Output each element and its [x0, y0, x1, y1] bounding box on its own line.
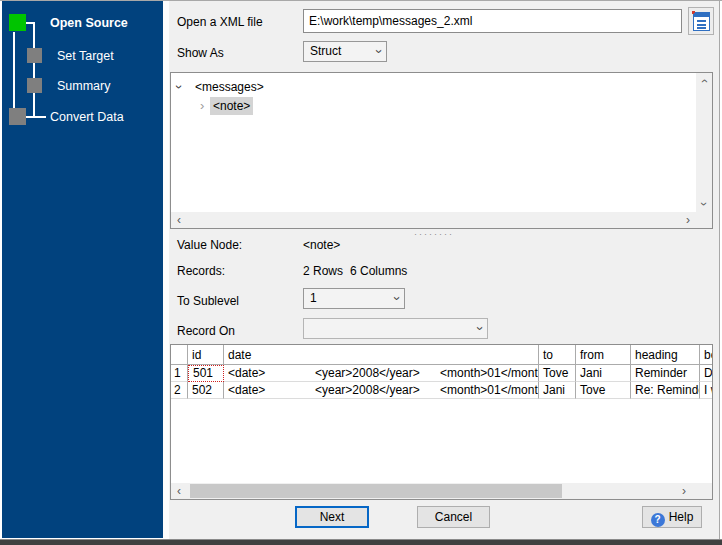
- col-header-heading[interactable]: heading: [631, 345, 700, 365]
- col-header-date[interactable]: date: [224, 345, 539, 365]
- cell-from[interactable]: Tove: [576, 382, 631, 399]
- icon-line: [697, 24, 706, 26]
- records-rows-value: 2 Rows: [303, 264, 343, 278]
- expand-collapse-icon[interactable]: ›: [200, 97, 204, 115]
- cell-to[interactable]: Tove: [539, 365, 576, 382]
- record-on-select[interactable]: ›: [303, 318, 488, 339]
- value-node-label: Value Node:: [177, 238, 242, 252]
- icon-line: [697, 27, 706, 29]
- col-header-rownum[interactable]: [171, 345, 188, 365]
- open-xml-file-label: Open a XML file: [177, 15, 263, 29]
- tree-item-label[interactable]: <messages>: [192, 78, 267, 96]
- splitter-handle[interactable]: ········: [404, 230, 464, 238]
- step-marker-summary: [27, 78, 42, 93]
- scroll-left-icon[interactable]: ‹: [171, 483, 187, 499]
- step-label-open-source: Open Source: [50, 16, 128, 30]
- col-header-id[interactable]: id: [188, 345, 224, 365]
- connector-line: [26, 116, 46, 118]
- wizard-steps-sidebar: Open Source Set Target Summary Convert D…: [2, 1, 163, 538]
- cell-heading[interactable]: Reminder: [631, 365, 700, 382]
- xml-structure-tree[interactable]: › <messages> › <note> › › ‹ ›: [170, 72, 713, 229]
- cell-date[interactable]: <date> <year>2008</year> <month>01</mont…: [224, 365, 539, 382]
- icon-line: [697, 20, 706, 22]
- wizard-window: Open Source Set Target Summary Convert D…: [0, 0, 722, 545]
- scrollbar-corner: [692, 483, 712, 499]
- connector-line: [33, 22, 35, 118]
- row-number-cell[interactable]: 2: [171, 382, 188, 399]
- cell-from[interactable]: Jani: [576, 365, 631, 382]
- step-label-convert-data: Convert Data: [50, 110, 124, 124]
- cell-body[interactable]: I w: [700, 382, 713, 399]
- value-node-value: <note>: [303, 238, 340, 252]
- help-button-label: Help: [669, 510, 694, 524]
- records-label: Records:: [177, 264, 225, 278]
- scroll-right-icon[interactable]: ›: [676, 483, 692, 499]
- to-sublevel-label: To Sublevel: [177, 294, 239, 308]
- scroll-right-icon[interactable]: ›: [680, 212, 696, 228]
- cell-body[interactable]: D: [700, 365, 713, 382]
- records-table[interactable]: id date to from heading bo 1 501 <date> …: [170, 344, 713, 500]
- open-file-icon: [693, 12, 710, 31]
- month-segment: <month>01</month>: [440, 382, 539, 398]
- window-right-border: [719, 1, 720, 539]
- next-button-label: Next: [320, 510, 345, 524]
- connector-line: [13, 32, 15, 111]
- xml-file-path-input[interactable]: E:\work\temp\messages_2.xml: [303, 9, 682, 33]
- browse-file-button[interactable]: [688, 7, 714, 35]
- step-marker-convert-data: [9, 108, 26, 125]
- table-horizontal-scrollbar[interactable]: ‹ ›: [171, 483, 692, 499]
- chevron-down-icon: ›: [370, 49, 387, 53]
- chevron-down-icon: ›: [471, 326, 488, 330]
- cell-id[interactable]: 501: [188, 365, 224, 382]
- record-on-label: Record On: [177, 324, 235, 338]
- tree-horizontal-scrollbar[interactable]: ‹ ›: [171, 212, 696, 228]
- scroll-up-icon[interactable]: ›: [696, 73, 712, 89]
- to-sublevel-value: 1: [310, 291, 317, 305]
- tree-vertical-scrollbar[interactable]: › ›: [696, 73, 712, 212]
- step-label-summary: Summary: [57, 79, 110, 93]
- cell-to[interactable]: Jani: [539, 382, 576, 399]
- cancel-button[interactable]: Cancel: [417, 506, 490, 528]
- window-bottom-edge: [0, 539, 722, 545]
- records-columns-value: 6 Columns: [350, 264, 407, 278]
- show-as-value: Struct: [310, 44, 341, 58]
- scrollbar-corner: [696, 212, 712, 228]
- col-header-from[interactable]: from: [576, 345, 631, 365]
- year-segment: <year>2008</year>: [315, 365, 440, 381]
- cell-id[interactable]: 502: [188, 382, 224, 399]
- icon-titlebar: [694, 13, 709, 17]
- table-row[interactable]: 1 501 <date> <year>2008</year> <month>01…: [171, 365, 713, 382]
- scrollbar-thumb[interactable]: [190, 484, 562, 498]
- tree-item-label[interactable]: <note>: [210, 97, 253, 115]
- chevron-down-icon: ›: [388, 296, 405, 300]
- date-segment: <date>: [228, 382, 315, 398]
- step-marker-set-target: [27, 48, 42, 63]
- expand-collapse-icon[interactable]: ›: [170, 85, 188, 89]
- cell-heading[interactable]: Re: Reminde: [631, 382, 700, 399]
- date-segment: <date>: [228, 365, 315, 381]
- row-number-cell[interactable]: 1: [171, 365, 188, 382]
- step-marker-open-source: [9, 14, 26, 31]
- col-header-body[interactable]: bo: [700, 345, 713, 365]
- help-button[interactable]: ?Help: [642, 506, 702, 528]
- year-segment: <year>2008</year>: [315, 382, 440, 398]
- scroll-left-icon[interactable]: ‹: [171, 212, 187, 228]
- cancel-button-label: Cancel: [435, 510, 472, 524]
- show-as-select[interactable]: Struct ›: [303, 41, 387, 62]
- help-question-icon: ?: [651, 513, 665, 527]
- show-as-label: Show As: [177, 46, 224, 60]
- col-header-to[interactable]: to: [539, 345, 576, 365]
- step-label-set-target: Set Target: [57, 49, 114, 63]
- to-sublevel-select[interactable]: 1 ›: [303, 288, 405, 309]
- cell-date[interactable]: <date> <year>2008</year> <month>01</mont…: [224, 382, 539, 399]
- table-header-row: id date to from heading bo: [171, 345, 713, 365]
- month-segment: <month>01</month>: [440, 365, 539, 381]
- table-row[interactable]: 2 502 <date> <year>2008</year> <month>01…: [171, 382, 713, 399]
- next-button[interactable]: Next: [295, 506, 369, 528]
- scroll-down-icon[interactable]: ›: [696, 196, 712, 212]
